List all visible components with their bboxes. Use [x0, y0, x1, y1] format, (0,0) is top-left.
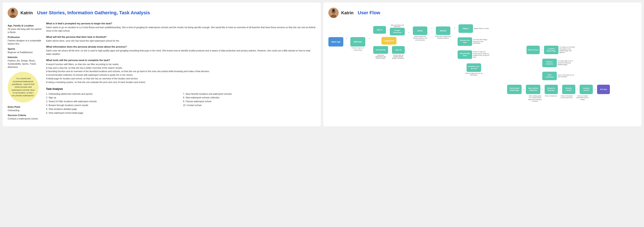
- search-note: Enters text, selects from dropdown optio…: [434, 36, 452, 39]
- location-detail-note: On swipe up, the whole information of th…: [559, 46, 576, 54]
- tool-item: A rating a reviewing system, so that she…: [46, 80, 316, 84]
- filters-note: Adjusts filters to needs.: [474, 28, 489, 30]
- exit-app-box: Exit App: [597, 85, 610, 94]
- q3-title: What information does the persona alread…: [46, 46, 316, 48]
- success-text: Contacts a watersports school.: [8, 117, 42, 120]
- interests-text: Fashion, Art, Design, Music, Sustainabil…: [8, 59, 42, 68]
- quote-box: "As a tourist and occasional watersports…: [8, 72, 38, 102]
- save-school-label: Save school collection: [527, 87, 539, 91]
- determine-note: Determine watersports and favorite coast…: [373, 54, 388, 59]
- left-header: Katrin User Stories, Information Gatheri…: [8, 8, 316, 18]
- main-questions: What is it that's prompted my persona to…: [46, 22, 316, 121]
- save-school-box: Save school collection: [526, 85, 540, 94]
- home-note: Shows search bar, nearby locations, and …: [412, 36, 428, 41]
- arrow-5: →: [453, 26, 456, 30]
- task-item: 1. Onboarding (determine interests and s…: [46, 92, 179, 96]
- task-item: 6. View watersport school detail page.: [46, 111, 179, 115]
- entry-title: Entry Point: [8, 106, 42, 108]
- view-school-note: After strolling down on Location Detail …: [528, 95, 542, 102]
- q2-title: What will tell the persona that their ta…: [46, 36, 316, 38]
- left-panel: Katrin User Stories, Information Gatheri…: [2, 2, 321, 126]
- sports-title: Sports: [8, 48, 42, 50]
- location-sum-box: Location sum-up view: [466, 63, 481, 72]
- return-favorites-label: Return to favorites: [546, 87, 556, 91]
- search-box: Search: [436, 26, 450, 35]
- age-text: 29 years old living with her partner in …: [8, 28, 42, 34]
- welcome-box: Welcome: [350, 37, 365, 46]
- return-note: Click on Favorites on the main menu.: [560, 95, 574, 99]
- entry-text: Onboarding: [8, 109, 42, 112]
- interests-title: Interests: [8, 56, 42, 58]
- filters-box: Filters: [458, 24, 473, 33]
- svg-point-7: [332, 9, 335, 12]
- results-list-box: Results List View: [458, 37, 472, 46]
- flow-diagram: Open App → Welcome Choose log in or onbo…: [328, 22, 636, 104]
- forgot-password-box: Forgot Password: [390, 28, 405, 36]
- task-list: 1. Onboarding (determine interests and s…: [46, 92, 316, 115]
- exit-app-label: Exit App: [600, 88, 607, 90]
- save-locations-note: Click on the heart icon to save location…: [558, 74, 575, 78]
- task-analysis-title: Task Analysis: [46, 88, 316, 90]
- tool-item: A detail page for location and school, s…: [46, 77, 316, 80]
- home-box: Home: [413, 26, 427, 35]
- contact-note: Click on contact information (call or em…: [576, 95, 589, 100]
- tool-item: A favoriting function and an overview of…: [46, 70, 316, 73]
- right-panel: Katrin User Flow Open App → Welcome Choo…: [323, 2, 642, 126]
- task-item: 9. Choose watersport school: [183, 100, 316, 104]
- contact-school-label: Contact school: [581, 87, 592, 91]
- results-list-note: List View with images, rating and main i…: [473, 39, 490, 44]
- success-title: Success Criteria: [8, 114, 42, 116]
- contact-school-box: Contact school: [580, 85, 593, 94]
- persona-sidebar: Age, Family & Location 29 years old livi…: [8, 22, 42, 121]
- right-header: Katrin User Flow: [328, 8, 636, 18]
- choose-school-box: Choose school: [562, 85, 575, 94]
- choose-signup-note: Choose sign-up method (email, google, fa…: [391, 54, 406, 59]
- left-person-name: Katrin: [20, 10, 33, 15]
- left-content: Age, Family & Location 29 years old livi…: [8, 22, 316, 121]
- tools-list: A search function with filters, so that …: [46, 62, 316, 84]
- right-page-title: User Flow: [358, 10, 380, 16]
- age-title: Age, Family & Location: [8, 24, 42, 27]
- profession-text: Fashion designer at a sustainable fashio…: [8, 39, 42, 45]
- task-item: 10. Contact school: [183, 104, 316, 107]
- tool-item: A recommended collection of schools with…: [46, 73, 316, 77]
- view-school-box: View School Detail Page: [507, 85, 522, 94]
- avatar: [8, 8, 18, 18]
- arrow-signin: →: [387, 29, 389, 31]
- return-favorites-box: Return to favorites: [545, 85, 558, 94]
- task-col-1: 1. Onboarding (determine interests and s…: [46, 92, 179, 115]
- results-map-note: Clicks on map icon or/and search results…: [473, 51, 490, 58]
- sign-in-box: Sign in: [373, 26, 386, 34]
- browse-label: Browse locations: [544, 61, 556, 65]
- location-sum-note: Shows image and sum up information.: [464, 72, 484, 76]
- open-app-box: Open App: [328, 37, 343, 46]
- right-person-name: Katrin: [341, 10, 354, 15]
- task-analysis-content: Task Analysis 1. Onboarding (determine i…: [46, 88, 316, 115]
- q4-title: What tools will the persona need to comp…: [46, 59, 316, 62]
- browse-note: On swipe right or left, it shows the fol…: [558, 60, 575, 66]
- sign-up-box: Sign up: [392, 46, 405, 54]
- type-note: Type username and password.: [390, 24, 405, 27]
- location-sum-label: Location sum-up view: [468, 66, 480, 70]
- view-school-label: View School Detail Page: [508, 87, 520, 91]
- task-item: 5. View locations detailed page: [46, 107, 179, 111]
- sports-text: Beginner at Paddleboard.: [8, 51, 42, 54]
- q3-answer: Katrin uses her phone all the time, so s…: [46, 49, 316, 56]
- arrow-2: →: [368, 37, 370, 40]
- save-locations-box: Save Locations: [542, 72, 557, 80]
- q1-answer: Katrin wants to go on vacation to La Cos…: [46, 26, 316, 33]
- svg-point-3: [12, 9, 14, 12]
- click-icon-box: Click on icon: [526, 46, 540, 54]
- quote-text: "As a tourist and occasional watersports…: [11, 77, 35, 97]
- location-detail-box: Location Detail Page: [544, 46, 558, 54]
- task-item: 8. View watersport schools collection: [183, 96, 316, 100]
- q2-answer: Katrin will be done, once she has found …: [46, 39, 316, 43]
- logged-in-box: Logged in?: [382, 37, 396, 44]
- click-icon-label: Click on icon: [528, 49, 538, 51]
- location-detail-label: Location Detail Page: [545, 48, 557, 52]
- arrow-onboard: →: [389, 49, 391, 51]
- browse-box: Browse locations: [542, 59, 557, 67]
- tool-item: A search function with filters, so that …: [46, 62, 316, 66]
- task-item: 7. Save favorite locations and waterspor…: [183, 92, 316, 96]
- results-map-label: Results Map View: [459, 52, 471, 56]
